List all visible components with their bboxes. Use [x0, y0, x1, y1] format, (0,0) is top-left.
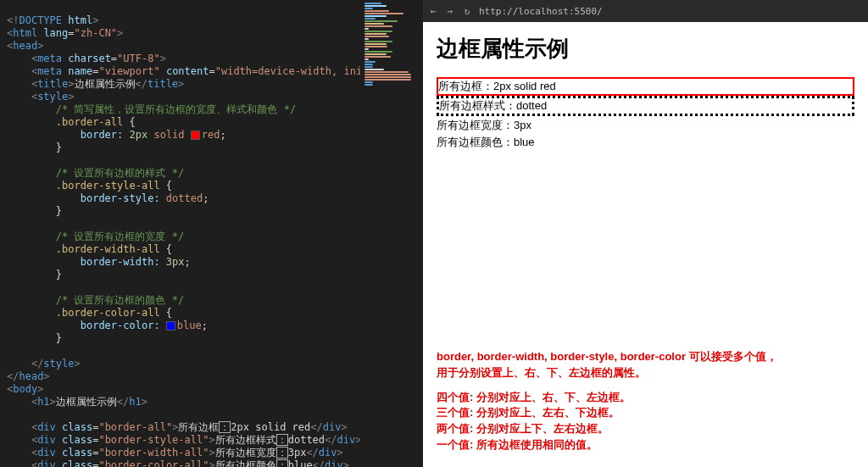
browser-url[interactable]: http://localhost:5500/ [479, 6, 863, 17]
css-comment: /* 设置所有边框的宽度 */ [56, 231, 184, 242]
code-editor-pane[interactable]: <!DOCTYPE html> <html lang="zh-CN"> <hea… [0, 0, 360, 467]
explain-line: 三个值: 分别对应上、左右、下边框。 [437, 405, 854, 421]
demo-border-color-all: 所有边框颜色：blue [437, 135, 854, 150]
nav-reload-icon[interactable]: ↻ [462, 6, 472, 17]
browser-toolbar: ← → ↻ http://localhost:5500/ [423, 0, 868, 22]
color-swatch-blue [166, 321, 175, 331]
demo-border-style-all: 所有边框样式：dotted [437, 96, 854, 116]
demo-border-all: 所有边框：2px solid red [437, 77, 854, 96]
color-swatch-red [191, 131, 200, 140]
css-comment: /* 设置所有边框的样式 */ [56, 167, 184, 179]
nav-back-icon[interactable]: ← [428, 6, 438, 17]
explain-line: border, border-width, border-style, bord… [437, 349, 854, 365]
page-heading: 边框属性示例 [437, 34, 854, 64]
demo-border-width-all: 所有边框宽度：3px [437, 118, 854, 133]
css-comment: /* 设置所有边框的颜色 */ [56, 294, 184, 306]
explain-line: 四个值: 分别对应上、右、下、左边框。 [437, 390, 854, 406]
nav-forward-icon[interactable]: → [445, 6, 455, 17]
explain-line: 两个值: 分别对应上下、左右边框。 [437, 421, 854, 437]
browser-pane: ← → ↻ http://localhost:5500/ 边框属性示例 所有边框… [423, 0, 868, 467]
explain-line: 一个值: 所有边框使用相同的值。 [437, 437, 854, 453]
code-content[interactable]: <!DOCTYPE html> <html lang="zh-CN"> <hea… [0, 0, 360, 467]
rendered-page: 边框属性示例 所有边框：2px solid red 所有边框样式：dotted … [423, 22, 868, 467]
css-comment: /* 简写属性，设置所有边框的宽度、样式和颜色 */ [56, 103, 296, 115]
explain-line: 用于分别设置上、右、下、左边框的属性。 [437, 365, 854, 381]
editor-minimap[interactable] [360, 0, 423, 467]
explanation-block: border, border-width, border-style, bord… [437, 349, 854, 459]
